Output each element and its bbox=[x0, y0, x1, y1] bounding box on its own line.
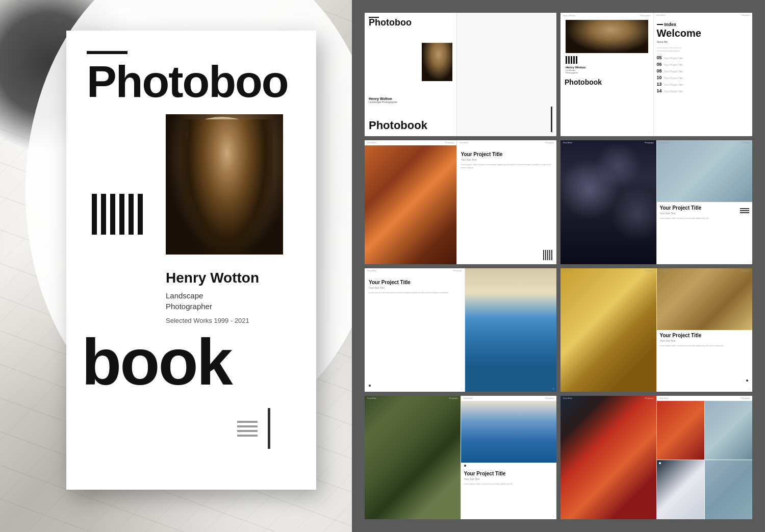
dot-5 bbox=[369, 385, 371, 387]
project-sub-4: Your Sub Text bbox=[660, 212, 750, 215]
barcode-right-3 bbox=[461, 246, 553, 260]
project-title-5: Your Project Title bbox=[369, 280, 461, 285]
project-body-6: Lorem ipsum dolor sit amet consectetur a… bbox=[660, 344, 750, 347]
mini-header-name: Henry Wotton bbox=[563, 14, 575, 17]
mini-page-text-3: Henry Wotton Photography Your Project Ti… bbox=[456, 140, 557, 264]
mini-page-wave-text: Henry Wotton Photography Your Project Ti… bbox=[461, 396, 557, 519]
index-item-4: 10 Your Project Title bbox=[657, 75, 750, 80]
cover-title-bottom: book bbox=[66, 330, 316, 395]
grid-photo-4 bbox=[705, 460, 752, 519]
mini-hdr-7rr: Photography bbox=[545, 397, 554, 399]
mini-hdr-7rl: Henry Wotton bbox=[464, 397, 473, 399]
mini-hdr-5r: Photography bbox=[453, 270, 462, 272]
left-panel: Photoboo Henry Wotton Landscape Photogra… bbox=[0, 0, 352, 532]
project-sub-3: Your Sub Text bbox=[461, 158, 553, 161]
mini-hdr-8l: Henry Wotton bbox=[563, 397, 572, 399]
spread-thumbnail-8[interactable]: Henry Wotton Photography Henry Wotton Ph… bbox=[560, 396, 752, 519]
index-num-6: 14 bbox=[657, 88, 662, 93]
index-num-2: 06 bbox=[657, 62, 662, 67]
index-num-3: 08 bbox=[657, 68, 662, 73]
mini-hdr-8rl: Henry Wotton bbox=[659, 397, 669, 399]
waves-photo bbox=[465, 268, 557, 392]
spread-thumbnail-1[interactable]: Photoboo Henry Wotton Landscape Photogra… bbox=[365, 13, 556, 136]
cover-works: Selected Works 1999 - 2021 bbox=[166, 317, 316, 324]
mini-hdr-6r: Photography bbox=[645, 270, 653, 272]
mini-page-stars: Henry Wotton Photography bbox=[560, 140, 656, 264]
mini-page-canyon: Henry Wotton Photography bbox=[365, 140, 456, 264]
cover-subtitle: Landscape Photographer bbox=[166, 290, 316, 312]
mini-vertical-line bbox=[551, 107, 552, 132]
mini-header-name-2: Henry Wotton bbox=[656, 14, 666, 16]
cover-portrait-photo bbox=[166, 114, 283, 255]
right-panel: Photoboo Henry Wotton Landscape Photogra… bbox=[352, 0, 765, 532]
h-lines-4 bbox=[740, 208, 749, 213]
mini-page-photo-name: Henry Wotton Photoname Henry Wotton Land… bbox=[560, 13, 653, 136]
spread-thumbnail-6[interactable]: Henry Wotton Photography Henry Wotton Ph… bbox=[560, 268, 752, 392]
spread-thumbnail-4[interactable]: Henry Wotton Photography Henry Wotton Ph… bbox=[560, 140, 752, 264]
mini-page-grid: Henry Wotton Photography bbox=[656, 396, 753, 519]
cover-vertical-line bbox=[268, 408, 270, 449]
index-label-3: Your Project Title bbox=[664, 70, 683, 73]
mini-hdr-6l: Henry Wotton bbox=[563, 270, 572, 272]
mini-cover-content: Photoboo Henry Wotton Landscape Photogra… bbox=[365, 13, 456, 136]
photo-grid bbox=[657, 401, 753, 519]
page-num-5r: 5 bbox=[553, 388, 554, 390]
about-label: About Me bbox=[657, 40, 750, 43]
project-sub-6: Your Sub Text bbox=[660, 339, 750, 342]
mini-hdr-7l: Henry Wotton bbox=[367, 397, 376, 399]
index-title-row: Index bbox=[657, 22, 750, 27]
index-num-1: 05 bbox=[657, 55, 662, 60]
mini-cover-name: Henry Wotton bbox=[369, 97, 452, 100]
footprints-photo bbox=[657, 268, 753, 330]
welcome-body: Lorem ipsum dolor sit ametconsectetur ad… bbox=[657, 46, 750, 52]
cover-author-name: Henry Wotton bbox=[166, 270, 316, 286]
cover-bottom-icons bbox=[237, 408, 270, 449]
mini-hdr-5l: Henry Wotton bbox=[367, 270, 376, 272]
text-content-3: Your Project Title Your Sub Text Lorem i… bbox=[461, 151, 553, 245]
grid-photo-3 bbox=[657, 460, 704, 519]
mini-barcode-lines bbox=[566, 56, 653, 64]
text-content-4: Your Project Title Your Sub Text Lorem i… bbox=[657, 202, 753, 223]
mini-hdr-4r: Photography bbox=[645, 142, 653, 144]
cover-barcode bbox=[92, 194, 143, 235]
mini-hdr-4rl: Henry Wotton bbox=[659, 142, 669, 144]
project-body-4: Lorem ipsum dolor sit amet consectetur a… bbox=[660, 217, 750, 220]
grid-photo-2 bbox=[705, 401, 752, 460]
spread-thumbnail-2[interactable]: Henry Wotton Photoname Henry Wotton Land… bbox=[560, 13, 752, 136]
index-num-5: 13 bbox=[657, 82, 662, 87]
spread-thumbnail-5[interactable]: Henry Wotton Photography Your Project Ti… bbox=[365, 268, 556, 392]
text-content-6: Your Project Title Your Sub Text Lorem i… bbox=[657, 330, 753, 350]
spread-thumbnail-7[interactable]: Henry Wotton Photography Henry Wotton Ph… bbox=[365, 396, 556, 519]
project-title-7: Your Project Title bbox=[464, 471, 554, 476]
mini-vertical-mark: | bbox=[649, 132, 649, 134]
dot-6 bbox=[746, 379, 748, 382]
mini-hdr-3rl: Henry Wotton bbox=[460, 142, 469, 144]
page-num-5: 4 bbox=[461, 388, 462, 390]
wave-photo bbox=[461, 401, 557, 463]
index-label-5: Your Project Title bbox=[664, 83, 683, 86]
desert-photo bbox=[560, 268, 656, 392]
index-title-text: Index bbox=[665, 22, 677, 27]
project-title-4: Your Project Title bbox=[660, 205, 750, 211]
small-rocks-photo bbox=[657, 140, 753, 202]
mini-hdr-8r: Photography bbox=[645, 397, 653, 399]
mini-cover-sub: Landscape Photographer bbox=[369, 100, 452, 104]
mini-hdr-4rr: Photography bbox=[741, 142, 750, 144]
sunset-photo bbox=[560, 396, 656, 519]
mini-hdr-7r: Photography bbox=[449, 397, 457, 399]
mini-title-text: LandscapePhotographer bbox=[560, 69, 653, 74]
index-item-1: 05 Your Project Title bbox=[657, 55, 750, 60]
cover-title-top: Photoboo bbox=[66, 54, 316, 104]
index-item-5: 13 Your Project Title bbox=[657, 82, 750, 87]
mini-page-footprints: Henry Wotton Photography Your Project Ti… bbox=[656, 268, 753, 392]
welcome-title: Welcome bbox=[657, 28, 750, 38]
mini-hdr-4l: Henry Wotton bbox=[563, 142, 572, 144]
mini-page-text-4: Henry Wotton Photography Your Project Ti… bbox=[656, 140, 753, 264]
mini-hdr-8rr: Photography bbox=[741, 397, 750, 399]
page-num-4: 6 bbox=[749, 261, 750, 263]
project-body-7: Lorem ipsum dolor sit amet consectetur a… bbox=[464, 483, 554, 486]
text-content-7: Your Project Title Your Sub Text Lorem i… bbox=[461, 469, 557, 488]
mini-book-title: Photobook bbox=[560, 78, 653, 86]
index-item-6: 14 Your Project Title bbox=[657, 88, 750, 93]
spread-thumbnail-3[interactable]: Henry Wotton Photography Henry Wotton Ph… bbox=[365, 140, 556, 264]
